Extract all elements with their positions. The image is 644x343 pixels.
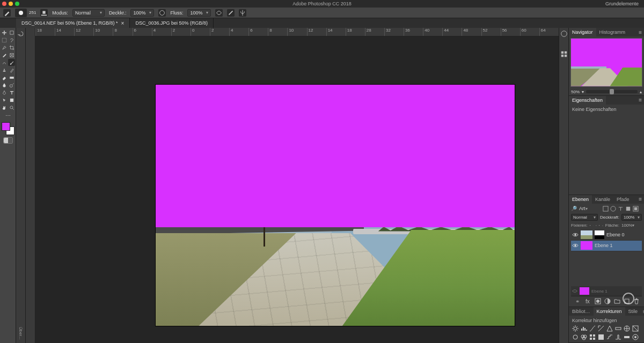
marquee-tool-icon[interactable] <box>1 36 8 43</box>
layer-filter-kind[interactable]: Art▾ <box>579 206 601 211</box>
symmetry-icon[interactable] <box>239 9 246 17</box>
link-layers-icon[interactable]: ⚭ <box>573 299 580 304</box>
tool-preset-icon[interactable] <box>3 9 11 17</box>
filter-type-icon[interactable] <box>618 206 624 212</box>
color-balance-adjust-icon[interactable] <box>624 325 630 332</box>
visibility-toggle-icon[interactable] <box>572 242 579 249</box>
pen-tool-icon[interactable] <box>1 89 8 96</box>
pressure-opacity-icon[interactable] <box>158 9 166 17</box>
frame-tool-icon[interactable] <box>8 51 15 58</box>
document-tab-1[interactable]: DSC_0014.NEF bei 50% (Ebene 1, RGB/8) * … <box>16 18 130 28</box>
add-mask-icon[interactable] <box>595 298 601 304</box>
vibrance-adjust-icon[interactable] <box>606 325 613 332</box>
blur-tool-icon[interactable] <box>1 81 8 88</box>
shape-tool-icon[interactable] <box>8 96 15 103</box>
visibility-toggle-icon[interactable] <box>572 232 579 238</box>
posterize-adjust-icon[interactable] <box>606 334 613 340</box>
layer-name[interactable]: Ebene 0 <box>606 232 625 237</box>
history-panel-icon[interactable] <box>17 30 25 38</box>
histogram-tab[interactable]: Histogramm <box>596 28 629 36</box>
brush-preset-picker[interactable] <box>15 9 27 17</box>
layer-style-icon[interactable]: fx <box>585 298 591 304</box>
lock-pixels-icon[interactable] <box>593 222 594 228</box>
layer-thumbnail[interactable] <box>581 241 592 250</box>
search-kind-icon[interactable]: 🔎 <box>571 206 577 211</box>
color-swatches[interactable] <box>2 122 14 135</box>
vertical-ruler[interactable] <box>26 28 35 343</box>
layer-row-1[interactable]: Ebene 1 <box>571 241 642 251</box>
document-canvas[interactable] <box>156 85 515 326</box>
color-lookup-adjust-icon[interactable] <box>589 334 596 340</box>
curves-adjust-icon[interactable] <box>589 325 596 332</box>
hand-tool-icon[interactable] <box>1 104 8 111</box>
zoom-in-icon[interactable]: ▴ <box>640 90 642 94</box>
gradient-tool-icon[interactable] <box>8 74 15 81</box>
zoom-out-icon[interactable]: ▾ <box>582 90 584 94</box>
document-tab-2[interactable]: DSC_0036.JPG bei 50% (RGB/8) <box>130 18 214 28</box>
layer-name[interactable]: Ebene 1 <box>595 243 613 248</box>
dodge-tool-icon[interactable] <box>8 81 15 88</box>
path-select-tool-icon[interactable] <box>1 96 8 103</box>
panel-menu-icon[interactable]: ≡ <box>641 309 644 315</box>
adjustment-layer-icon[interactable] <box>604 298 611 304</box>
zoom-tool-icon[interactable] <box>8 104 15 111</box>
layer-fill-field[interactable]: 100%▾ <box>621 223 642 228</box>
filter-adjust-icon[interactable] <box>610 206 616 212</box>
filter-smart-icon[interactable] <box>633 206 639 212</box>
close-window-icon[interactable] <box>2 2 6 6</box>
quick-select-tool-icon[interactable] <box>1 44 8 51</box>
filter-shape-icon[interactable] <box>625 206 631 212</box>
crop-tool-icon[interactable] <box>8 44 15 51</box>
panel-menu-icon[interactable]: ≡ <box>636 29 644 35</box>
move-tool-icon[interactable] <box>1 29 8 36</box>
swatches-panel-icon[interactable] <box>560 50 568 58</box>
layers-tab[interactable]: Ebenen <box>569 195 592 204</box>
clone-stamp-tool-icon[interactable] <box>1 66 8 73</box>
bw-adjust-icon[interactable] <box>632 325 639 332</box>
panel-menu-icon[interactable]: ≡ <box>636 97 644 103</box>
brightness-adjust-icon[interactable] <box>572 325 579 332</box>
blend-mode-select[interactable]: Normal▾ <box>72 9 105 17</box>
history-brush-tool-icon[interactable] <box>8 66 15 73</box>
filter-pixel-icon[interactable] <box>603 206 609 212</box>
paths-tab[interactable]: Pfade <box>613 195 633 204</box>
artboard-tool-icon[interactable] <box>8 29 15 36</box>
styles-tab[interactable]: Stile <box>625 307 641 316</box>
navigator-tab[interactable]: Navigator <box>569 28 596 36</box>
libraries-tab[interactable]: Bibliot… <box>569 307 594 316</box>
selective-color-adjust-icon[interactable] <box>632 334 639 340</box>
navigator-zoom-slider[interactable] <box>586 90 638 93</box>
adjustments-tab[interactable]: Korrekturen <box>594 307 625 316</box>
foreground-color-swatch[interactable] <box>2 122 10 131</box>
zoom-window-icon[interactable] <box>15 2 19 6</box>
photo-filter-adjust-icon[interactable] <box>572 334 579 340</box>
navigator-thumbnail[interactable] <box>571 39 642 86</box>
brush-tool-icon[interactable] <box>8 59 15 66</box>
panel-menu-icon[interactable]: ≡ <box>636 196 644 202</box>
lock-position-icon[interactable] <box>596 222 597 228</box>
layer-blend-mode-select[interactable]: Normal▾ <box>571 214 598 221</box>
properties-tab[interactable]: Eigenschaften <box>569 96 606 105</box>
lock-all-icon[interactable] <box>602 222 603 228</box>
horizontal-ruler[interactable]: 18 14 12 10 8 6 4 2 0 2 4 6 8 10 12 14 1… <box>35 28 559 36</box>
type-tool-icon[interactable] <box>8 89 15 96</box>
minimize-window-icon[interactable] <box>9 2 13 6</box>
lock-transparent-icon[interactable] <box>590 222 591 228</box>
levels-adjust-icon[interactable] <box>581 325 587 332</box>
pressure-size-icon[interactable] <box>227 9 235 17</box>
opacity-field[interactable]: 100%▾ <box>130 9 154 17</box>
invert-adjust-icon[interactable] <box>598 334 604 340</box>
new-layer-icon[interactable] <box>624 298 630 304</box>
visibility-toggle-icon[interactable] <box>572 288 577 294</box>
airbrush-icon[interactable] <box>215 9 223 17</box>
close-icon[interactable]: × <box>121 20 125 26</box>
brush-settings-icon[interactable] <box>40 9 48 17</box>
healing-brush-tool-icon[interactable] <box>1 59 8 66</box>
eyedropper-tool-icon[interactable] <box>1 51 8 58</box>
hue-adjust-icon[interactable] <box>615 325 621 332</box>
new-group-icon[interactable] <box>614 298 620 304</box>
channel-mixer-adjust-icon[interactable] <box>581 334 587 340</box>
channels-tab[interactable]: Kanäle <box>592 195 613 204</box>
flow-field[interactable]: 100%▾ <box>187 9 211 17</box>
layer-thumbnail[interactable] <box>581 230 592 239</box>
